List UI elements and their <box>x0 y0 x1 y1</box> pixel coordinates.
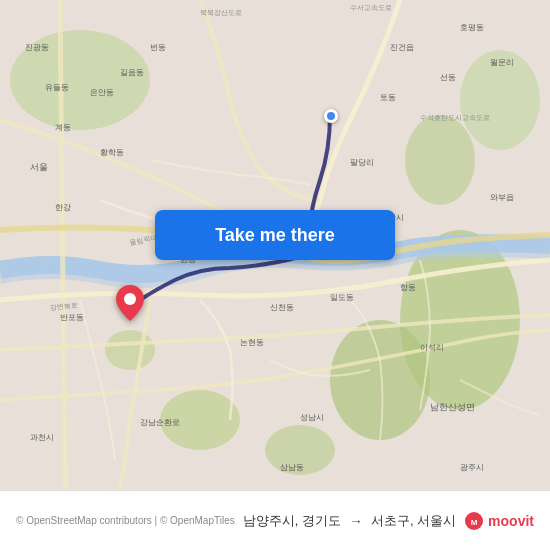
svg-text:항동: 항동 <box>400 283 416 292</box>
map-container: 서울 한강 한강 반포동 계동 황학동 유들동 하남시 강남순환로 과천시 성남… <box>0 0 550 490</box>
route-info: 남양주시, 경기도 → 서초구, 서울시 <box>243 512 456 530</box>
svg-point-3 <box>330 320 430 440</box>
svg-text:와부읍: 와부읍 <box>490 193 514 202</box>
svg-text:수서고속도로: 수서고속도로 <box>350 4 392 12</box>
info-bar: © OpenStreetMap contributors | © OpenMap… <box>0 490 550 550</box>
svg-text:길음동: 길음동 <box>120 68 144 77</box>
svg-text:계동: 계동 <box>55 123 71 132</box>
svg-text:북북강산도로: 북북강산도로 <box>200 9 242 17</box>
svg-text:일도동: 일도동 <box>330 293 354 302</box>
svg-text:논현동: 논현동 <box>240 338 264 347</box>
route-arrow: → <box>349 513 363 529</box>
svg-text:수석호탄도시고속도로: 수석호탄도시고속도로 <box>420 114 490 122</box>
svg-text:삼남동: 삼남동 <box>280 463 304 472</box>
svg-text:팔당리: 팔당리 <box>350 158 374 167</box>
svg-text:호평동: 호평동 <box>460 23 484 32</box>
moovit-brand-text: moovit <box>488 513 534 529</box>
svg-text:선동: 선동 <box>440 73 456 82</box>
svg-text:신천동: 신천동 <box>270 303 294 312</box>
svg-text:진건읍: 진건읍 <box>390 43 414 52</box>
take-me-there-button[interactable]: Take me there <box>155 210 395 260</box>
moovit-icon: M <box>464 511 484 531</box>
svg-text:은안동: 은안동 <box>90 88 114 97</box>
svg-point-44 <box>124 293 136 305</box>
svg-text:이석리: 이석리 <box>420 343 444 352</box>
route-from: 남양주시, 경기도 <box>243 512 341 530</box>
svg-text:유들동: 유들동 <box>45 83 69 92</box>
svg-text:월문리: 월문리 <box>490 58 514 67</box>
svg-text:서울: 서울 <box>30 162 48 172</box>
svg-text:반포동: 반포동 <box>60 313 84 322</box>
svg-text:광주시: 광주시 <box>460 463 484 472</box>
svg-text:황학동: 황학동 <box>100 148 124 157</box>
destination-marker <box>116 285 144 325</box>
svg-point-6 <box>405 115 475 205</box>
svg-text:한강: 한강 <box>55 203 71 212</box>
attribution: © OpenStreetMap contributors | © OpenMap… <box>16 515 235 526</box>
moovit-logo: M moovit <box>464 511 534 531</box>
svg-text:토동: 토동 <box>380 93 396 102</box>
svg-text:M: M <box>471 518 478 527</box>
svg-text:과천시: 과천시 <box>30 433 54 442</box>
route-to: 서초구, 서울시 <box>371 512 456 530</box>
svg-text:강남순환로: 강남순환로 <box>140 418 180 427</box>
svg-text:번동: 번동 <box>150 43 166 52</box>
svg-text:진광동: 진광동 <box>25 43 49 52</box>
origin-marker <box>324 109 338 123</box>
svg-text:성남시: 성남시 <box>300 413 324 422</box>
svg-text:남한산성면: 남한산성면 <box>430 402 475 412</box>
svg-point-7 <box>105 330 155 370</box>
